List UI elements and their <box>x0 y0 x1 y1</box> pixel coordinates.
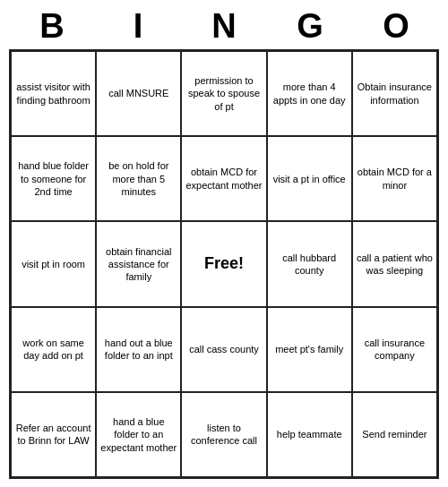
header-b: B <box>13 7 91 46</box>
bingo-cell-24[interactable]: Send reminder <box>352 392 437 477</box>
bingo-cell-14[interactable]: call a patient who was sleeping <box>352 221 437 306</box>
bingo-cell-0[interactable]: assist visitor with finding bathroom <box>11 51 96 136</box>
header-n: N <box>185 7 263 46</box>
header-i: I <box>99 7 177 46</box>
bingo-grid: assist visitor with finding bathroomcall… <box>9 49 439 479</box>
bingo-cell-19[interactable]: call insurance company <box>352 307 437 392</box>
bingo-cell-11[interactable]: obtain financial assistance for family <box>96 221 181 306</box>
bingo-cell-6[interactable]: be on hold for more than 5 minutes <box>96 136 181 221</box>
bingo-cell-15[interactable]: work on same day add on pt <box>11 307 96 392</box>
bingo-cell-23[interactable]: help teammate <box>267 392 352 477</box>
bingo-cell-8[interactable]: visit a pt in office <box>267 136 352 221</box>
bingo-cell-10[interactable]: visit pt in room <box>11 221 96 306</box>
bingo-cell-9[interactable]: obtain MCD for a minor <box>352 136 437 221</box>
bingo-cell-3[interactable]: more than 4 appts in one day <box>267 51 352 136</box>
bingo-cell-12[interactable]: Free! <box>181 221 266 306</box>
header-o: O <box>357 7 435 46</box>
bingo-header: B I N G O <box>9 0 439 49</box>
bingo-cell-7[interactable]: obtain MCD for expectant mother <box>181 136 266 221</box>
bingo-cell-13[interactable]: call hubbard county <box>267 221 352 306</box>
bingo-cell-18[interactable]: meet pt's family <box>267 307 352 392</box>
header-g: G <box>271 7 349 46</box>
bingo-cell-4[interactable]: Obtain insurance information <box>352 51 437 136</box>
bingo-cell-1[interactable]: call MNSURE <box>96 51 181 136</box>
bingo-cell-16[interactable]: hand out a blue folder to an inpt <box>96 307 181 392</box>
bingo-cell-5[interactable]: hand blue folder to someone for 2nd time <box>11 136 96 221</box>
bingo-cell-21[interactable]: hand a blue folder to an expectant mothe… <box>96 392 181 477</box>
bingo-cell-22[interactable]: listen to conference call <box>181 392 266 477</box>
bingo-cell-2[interactable]: permission to speak to spouse of pt <box>181 51 266 136</box>
bingo-cell-17[interactable]: call cass county <box>181 307 266 392</box>
bingo-cell-20[interactable]: Refer an account to Brinn for LAW <box>11 392 96 477</box>
